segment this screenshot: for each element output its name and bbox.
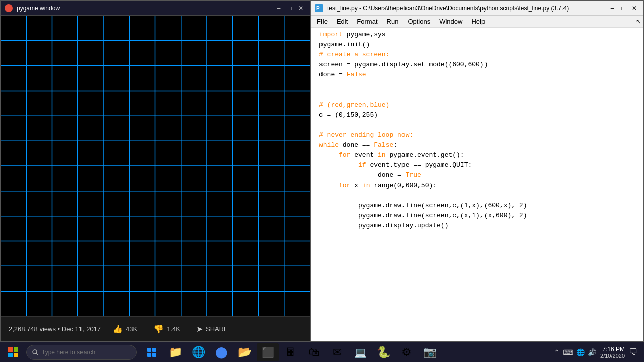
svg-rect-10 <box>147 353 151 357</box>
chevron-up-icon[interactable]: ⌃ <box>554 348 560 356</box>
svg-line-7 <box>36 353 38 355</box>
cursor-position: ↖ <box>636 18 641 25</box>
taskbar-settings[interactable]: ⚙ <box>395 343 418 361</box>
notification-icon[interactable]: 🗨 <box>629 347 638 357</box>
svg-rect-8 <box>147 348 151 352</box>
view-count: 2,268,748 views • Dec 11, 2017 <box>9 325 101 333</box>
code-line: pygame.draw.line(screen,c,(x,1),(x,600),… <box>311 211 643 221</box>
code-line: pygame.draw.line(screen,c,(1,x),(600,x),… <box>311 201 643 211</box>
menu-format[interactable]: Format <box>353 17 381 26</box>
taskbar-file-explorer[interactable]: 📁 <box>164 343 186 361</box>
code-line: if event.type == pygame.QUIT: <box>311 160 643 170</box>
svg-point-6 <box>33 350 37 354</box>
code-line: pygame.init() <box>311 40 643 50</box>
windows-logo-icon <box>8 347 19 358</box>
search-icon <box>32 349 39 356</box>
pygame-canvas <box>1 16 310 316</box>
pygame-window: pygame window – □ ✕ 2,268,748 views • De… <box>0 0 310 342</box>
code-line: pygame.display.update() <box>311 221 643 231</box>
start-button[interactable] <box>2 343 24 361</box>
keyboard-icon[interactable]: ⌨ <box>563 348 573 356</box>
taskbar-search-bar[interactable] <box>26 345 137 360</box>
svg-rect-11 <box>152 353 156 357</box>
menu-help[interactable]: Help <box>467 17 489 26</box>
ide-window-controls: – □ ✕ <box>607 3 639 13</box>
pygame-title: pygame window <box>17 5 270 12</box>
taskbar-mail[interactable]: ✉ <box>326 343 348 361</box>
taskbar-edge[interactable]: 🌐 <box>187 343 209 361</box>
ide-menubar: File Edit Format Run Options Window Help… <box>311 16 643 28</box>
volume-icon[interactable]: 🔊 <box>588 348 596 356</box>
menu-options[interactable]: Options <box>404 17 434 26</box>
code-line: done = False <box>311 70 643 80</box>
clock-time: 7:16 PM <box>600 346 625 353</box>
taskbar: 📁 🌐 ⬤ 📂 ⬛ 🖩 🛍 ✉ 💻 🐍 ⚙ 📷 ⌃ ⌨ 🌐 🔊 7:16 PM <box>0 342 644 362</box>
code-line <box>311 90 643 100</box>
clock-date: 2/10/2020 <box>600 353 625 359</box>
taskbar-task-view[interactable] <box>141 343 163 361</box>
pygame-window-controls: – □ ✕ <box>274 3 306 13</box>
code-line <box>311 120 643 130</box>
share-button[interactable]: ➤ SHARE <box>192 322 232 336</box>
menu-file[interactable]: File <box>313 17 332 26</box>
menu-run[interactable]: Run <box>383 17 403 26</box>
taskbar-apps: 📁 🌐 ⬤ 📂 ⬛ 🖩 🛍 ✉ 💻 🐍 ⚙ 📷 <box>141 343 441 361</box>
code-line: for event in pygame.event.get(): <box>311 150 643 160</box>
dislike-button[interactable]: 👎 1.4K <box>149 322 184 336</box>
dislike-icon: 👎 <box>153 324 164 334</box>
clock[interactable]: 7:16 PM 2/10/2020 <box>600 346 625 359</box>
pygame-titlebar: pygame window – □ ✕ <box>1 1 310 16</box>
code-line: screen = pygame.display.set_mode((600,60… <box>311 60 643 70</box>
taskbar-python[interactable]: 🐍 <box>372 343 394 361</box>
code-line: c = (0,150,255) <box>311 110 643 120</box>
pygame-bottom-bar: 2,268,748 views • Dec 11, 2017 👍 43K 👎 1… <box>1 316 310 341</box>
svg-rect-3 <box>14 347 18 352</box>
pygame-close-button[interactable]: ✕ <box>296 3 306 13</box>
taskbar-right: ⌃ ⌨ 🌐 🔊 7:16 PM 2/10/2020 🗨 <box>554 346 642 359</box>
menu-edit[interactable]: Edit <box>333 17 352 26</box>
taskbar-files[interactable]: 📂 <box>233 343 256 361</box>
code-line: while done == False: <box>311 140 643 150</box>
svg-rect-5 <box>14 353 18 357</box>
code-line: done = True <box>311 170 643 180</box>
code-line <box>311 80 643 90</box>
grid-canvas <box>1 16 310 316</box>
pygame-icon <box>5 4 13 12</box>
code-line: for x in range(0,600,50): <box>311 180 643 191</box>
code-line: # (red,green,blue) <box>311 100 643 110</box>
ide-titlebar: P test_line.py - C:\Users\thepelican3\On… <box>311 1 643 16</box>
main-area: pygame window – □ ✕ 2,268,748 views • De… <box>0 0 644 342</box>
taskbar-camera[interactable]: 📷 <box>419 343 441 361</box>
taskbar-terminal[interactable]: ⬛ <box>257 343 279 361</box>
code-line: # never ending loop now: <box>311 130 643 140</box>
pygame-minimize-button[interactable]: – <box>274 3 284 13</box>
svg-text:P: P <box>316 6 320 11</box>
like-icon: 👍 <box>113 324 123 334</box>
system-icons: ⌃ ⌨ 🌐 🔊 <box>554 348 596 356</box>
taskbar-vscode[interactable]: 💻 <box>349 343 371 361</box>
taskbar-store[interactable]: 🛍 <box>303 343 325 361</box>
menu-window[interactable]: Window <box>435 17 466 26</box>
pygame-restore-button[interactable]: □ <box>285 3 295 13</box>
svg-rect-2 <box>8 347 13 352</box>
ide-title: test_line.py - C:\Users\thepelican3\OneD… <box>327 5 603 12</box>
code-editor[interactable]: import pygame,syspygame.init()# create a… <box>311 28 643 341</box>
svg-rect-4 <box>8 353 13 357</box>
code-line: # create a screen: <box>311 50 643 60</box>
network-icon[interactable]: 🌐 <box>576 348 585 356</box>
ide-close-button[interactable]: ✕ <box>629 3 639 13</box>
share-icon: ➤ <box>196 324 203 334</box>
taskbar-chrome[interactable]: ⬤ <box>210 343 232 361</box>
code-line: import pygame,sys <box>311 30 643 40</box>
share-label: SHARE <box>206 325 228 333</box>
like-count: 43K <box>126 325 137 333</box>
svg-rect-9 <box>152 348 156 352</box>
ide-window: P test_line.py - C:\Users\thepelican3\On… <box>310 0 644 342</box>
ide-minimize-button[interactable]: – <box>607 3 617 13</box>
like-button[interactable]: 👍 43K <box>109 322 141 336</box>
code-line <box>311 191 643 201</box>
ide-restore-button[interactable]: □ <box>618 3 628 13</box>
taskbar-calculator[interactable]: 🖩 <box>280 343 302 361</box>
ide-icon: P <box>315 4 323 12</box>
search-input[interactable] <box>42 349 131 356</box>
